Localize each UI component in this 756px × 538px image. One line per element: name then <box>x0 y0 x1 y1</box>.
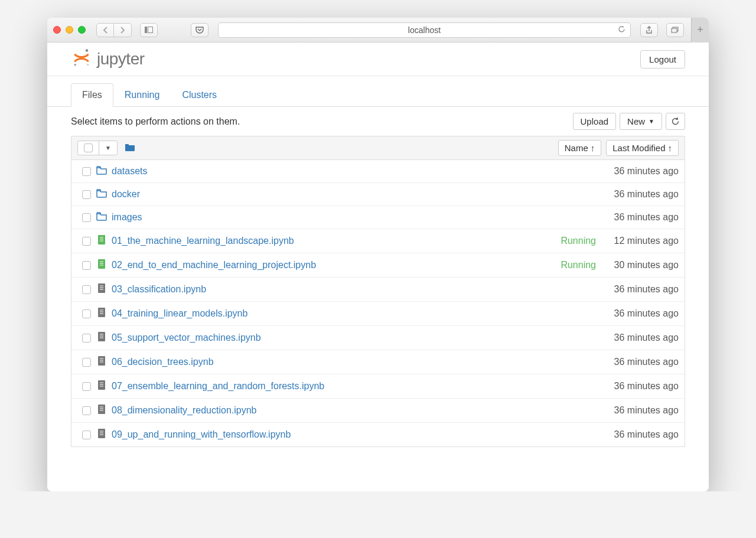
notebook-icon <box>95 356 108 369</box>
jupyter-logo[interactable]: jupyter <box>71 47 145 71</box>
file-link[interactable]: 01_the_machine_learning_landscape.ipynb <box>112 236 294 246</box>
modified-time: 36 minutes ago <box>602 308 679 319</box>
new-menu-button[interactable]: New ▼ <box>620 113 662 130</box>
running-status: Running <box>561 236 596 246</box>
folder-icon <box>95 165 108 177</box>
row-checkbox[interactable] <box>77 190 95 199</box>
modified-time: 30 minutes ago <box>602 260 679 270</box>
notebook-running-icon <box>95 234 108 247</box>
row-checkbox[interactable] <box>77 261 95 270</box>
browser-window: localhost + <box>47 18 709 491</box>
back-button[interactable] <box>96 23 114 37</box>
row-checkbox[interactable] <box>77 213 95 222</box>
arrow-up-icon: ↑ <box>591 143 595 153</box>
notebook-icon <box>95 428 108 441</box>
refresh-button[interactable] <box>666 113 685 130</box>
file-link[interactable]: 05_support_vector_machines.ipynb <box>112 332 261 343</box>
file-link[interactable]: 09_up_and_running_with_tensorflow.ipynb <box>112 429 291 440</box>
file-link[interactable]: 06_decision_trees.ipynb <box>112 357 214 367</box>
modified-time: 36 minutes ago <box>602 332 679 343</box>
sidebar-toggle-button[interactable] <box>140 23 158 37</box>
row-checkbox[interactable] <box>77 382 95 391</box>
jupyter-logo-text: jupyter <box>97 50 145 69</box>
file-link[interactable]: 03_classification.ipynb <box>112 284 206 295</box>
new-menu-label: New <box>627 116 645 126</box>
tabs-button[interactable] <box>666 23 684 37</box>
modified-time: 36 minutes ago <box>602 381 679 392</box>
jupyter-logo-icon <box>71 47 92 71</box>
modified-time: 36 minutes ago <box>602 429 679 440</box>
modified-time: 36 minutes ago <box>602 212 679 223</box>
row-checkbox[interactable] <box>77 309 95 318</box>
file-link[interactable]: datasets <box>112 166 147 177</box>
file-list-header: ▼ Name ↑ Last Modified ↑ <box>71 136 685 160</box>
share-icon <box>646 26 653 34</box>
svg-rect-1 <box>672 28 677 32</box>
notebook-icon <box>95 283 108 296</box>
sort-modified-button[interactable]: Last Modified ↑ <box>606 140 679 156</box>
row-checkbox[interactable] <box>77 237 95 246</box>
maximize-window-button[interactable] <box>78 26 86 34</box>
arrow-up-icon: ↑ <box>668 143 673 153</box>
window-controls <box>53 26 86 34</box>
caret-down-icon: ▼ <box>649 118 654 125</box>
pocket-icon <box>195 27 204 34</box>
file-row: 09_up_and_running_with_tensorflow.ipynb3… <box>71 423 685 446</box>
close-window-button[interactable] <box>53 26 61 34</box>
pocket-button[interactable] <box>191 23 208 37</box>
file-row: 06_decision_trees.ipynb36 minutes ago <box>71 350 685 374</box>
browser-titlebar: localhost + <box>47 18 709 43</box>
tab-running[interactable]: Running <box>113 83 171 107</box>
file-link[interactable]: docker <box>112 189 140 200</box>
jupyter-header: jupyter Logout <box>47 43 709 76</box>
notebook-icon <box>95 331 108 344</box>
tab-files[interactable]: Files <box>71 83 113 107</box>
logout-button[interactable]: Logout <box>640 50 685 69</box>
toolbar: Select items to perform actions on them.… <box>47 107 709 136</box>
select-all-group: ▼ <box>77 141 118 155</box>
file-row: images36 minutes ago <box>71 206 685 229</box>
row-checkbox[interactable] <box>77 334 95 343</box>
running-status: Running <box>561 260 596 270</box>
reload-icon[interactable] <box>618 25 625 35</box>
tab-clusters[interactable]: Clusters <box>171 83 228 107</box>
file-link[interactable]: images <box>112 212 142 223</box>
row-checkbox[interactable] <box>77 358 95 367</box>
tabs: Files Running Clusters <box>47 76 709 107</box>
address-bar[interactable]: localhost <box>218 22 631 38</box>
new-tab-button[interactable]: + <box>691 18 709 43</box>
sort-name-button[interactable]: Name ↑ <box>558 140 602 156</box>
sidebar-icon <box>145 27 153 33</box>
file-row: 07_ensemble_learning_and_random_forests.… <box>71 374 685 399</box>
file-rows: datasets36 minutes agodocker36 minutes a… <box>71 160 685 446</box>
refresh-icon <box>671 117 680 126</box>
modified-time: 12 minutes ago <box>602 236 679 246</box>
modified-time: 36 minutes ago <box>602 166 679 177</box>
url-text: localhost <box>408 25 441 35</box>
notebook-icon <box>95 380 108 393</box>
notebook-icon <box>95 404 108 417</box>
file-link[interactable]: 07_ensemble_learning_and_random_forests.… <box>112 381 324 392</box>
modified-time: 36 minutes ago <box>602 357 679 367</box>
row-checkbox[interactable] <box>77 406 95 415</box>
select-menu-toggle[interactable]: ▼ <box>99 141 117 155</box>
breadcrumb-root[interactable] <box>125 142 135 154</box>
folder-icon <box>95 211 108 223</box>
caret-down-icon: ▼ <box>105 145 111 151</box>
upload-button[interactable]: Upload <box>573 113 617 130</box>
row-checkbox[interactable] <box>77 285 95 294</box>
share-button[interactable] <box>640 23 658 37</box>
file-row: 04_training_linear_models.ipynb36 minute… <box>71 302 685 326</box>
select-all-checkbox[interactable] <box>78 141 99 155</box>
row-checkbox[interactable] <box>77 431 95 439</box>
modified-time: 36 minutes ago <box>602 405 679 416</box>
file-link[interactable]: 08_dimensionality_reduction.ipynb <box>112 405 257 416</box>
minimize-window-button[interactable] <box>66 26 73 34</box>
notebook-running-icon <box>95 259 108 272</box>
file-list: ▼ Name ↑ Last Modified ↑ datasets36 minu… <box>71 136 685 447</box>
row-checkbox[interactable] <box>77 167 95 176</box>
forward-button[interactable] <box>114 23 132 37</box>
file-link[interactable]: 04_training_linear_models.ipynb <box>112 308 247 319</box>
file-link[interactable]: 02_end_to_end_machine_learning_project.i… <box>112 260 316 270</box>
folder-icon <box>95 188 108 200</box>
